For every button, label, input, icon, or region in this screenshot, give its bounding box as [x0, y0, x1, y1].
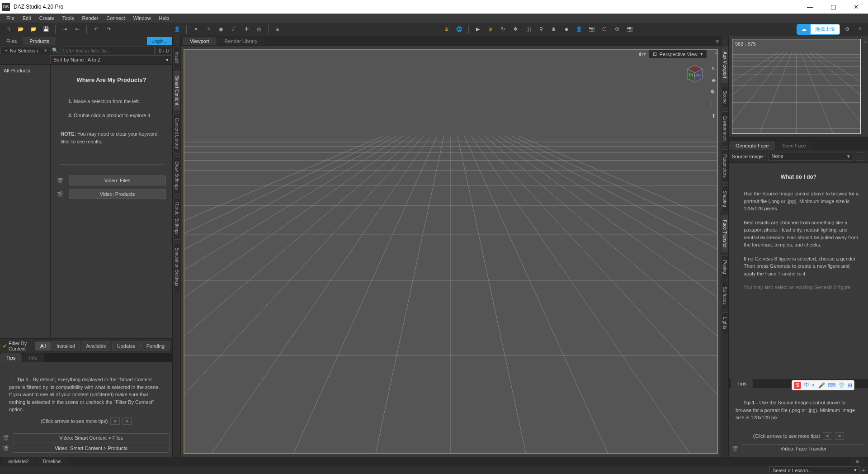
- frame-icon[interactable]: ⛶: [709, 100, 718, 109]
- ime-mic-icon[interactable]: 🎤: [818, 382, 825, 389]
- tab-timeline[interactable]: Timeline: [36, 457, 67, 465]
- bone-tool-icon[interactable]: ⋔: [548, 24, 559, 35]
- geometry-tool-icon[interactable]: ⬡: [599, 24, 610, 35]
- camera-create-icon[interactable]: ◎: [254, 24, 264, 35]
- grid-snap-icon[interactable]: ⊞: [441, 24, 452, 35]
- tips-next-button[interactable]: >: [123, 417, 132, 425]
- rail-draw-settings[interactable]: Draw Settings: [174, 156, 180, 194]
- rail-content-library[interactable]: Content Library: [174, 113, 180, 154]
- source-image-dropdown[interactable]: None▾: [769, 152, 853, 161]
- hamburger-icon[interactable]: ≡: [850, 457, 865, 465]
- pose-tool-icon[interactable]: ⚲: [536, 24, 547, 35]
- right-tips-tab[interactable]: Tips: [731, 379, 753, 388]
- ime-toolbar[interactable]: S 中 •, 🎤 ⌨ 👕 ⊞: [792, 380, 854, 390]
- lesson-dropdown[interactable]: Select a Lesson...▾: [769, 466, 860, 474]
- figure-icon[interactable]: 👤: [172, 24, 183, 35]
- menu-file[interactable]: File: [3, 14, 18, 22]
- tab-info[interactable]: Info: [23, 353, 43, 362]
- surface-tool-icon[interactable]: ◆: [561, 24, 572, 35]
- distantlight-icon[interactable]: ☄: [228, 24, 239, 35]
- filter-search-input[interactable]: [60, 47, 155, 54]
- rail-install[interactable]: Install: [174, 47, 180, 68]
- linearlight-icon[interactable]: ✢: [241, 24, 252, 35]
- filter-pending[interactable]: Pending: [142, 341, 170, 351]
- login-button[interactable]: Login...: [147, 37, 172, 45]
- hamburger-icon[interactable]: ≡: [175, 36, 178, 45]
- main-viewport[interactable]: [184, 49, 718, 454]
- view-cube[interactable]: Front: [685, 64, 704, 83]
- dolly-icon[interactable]: 🔍: [709, 88, 718, 97]
- globe-icon[interactable]: 🌐: [454, 24, 465, 35]
- rail-render-settings[interactable]: Render Settings: [174, 197, 180, 240]
- tab-generate-face[interactable]: Generate Face: [729, 141, 775, 150]
- sort-dropdown[interactable]: Sort by Name : A to Z ▾: [50, 55, 172, 64]
- viewport-menu-icon[interactable]: ≡: [715, 50, 718, 55]
- lesson-next-icon[interactable]: ▸: [863, 467, 865, 473]
- tab-files[interactable]: Files: [0, 37, 23, 45]
- cloud-upload-button[interactable]: ☁ 拖拽上传: [797, 24, 840, 35]
- filter-available[interactable]: Available: [81, 341, 111, 351]
- rtips-next-button[interactable]: >: [835, 432, 844, 440]
- tab-animate2[interactable]: aniMate2: [2, 457, 35, 465]
- import-icon[interactable]: ⇥: [59, 24, 70, 35]
- redo-icon[interactable]: ↷: [103, 24, 114, 35]
- filter-by-context-checkbox[interactable]: ✔: [3, 343, 7, 349]
- menu-window[interactable]: Window: [129, 14, 154, 22]
- tab-tips[interactable]: Tips: [0, 353, 22, 362]
- menu-create[interactable]: Create: [36, 14, 58, 22]
- ime-punct-icon[interactable]: •,: [812, 382, 816, 389]
- tree-item-all-products[interactable]: All Products: [3, 66, 47, 75]
- camera-view-dropdown[interactable]: ⊞ Perspective View ▾: [649, 50, 707, 58]
- browse-button[interactable]: …: [856, 152, 865, 161]
- video-face-transfer-button[interactable]: Video: Face Transfer: [742, 444, 865, 453]
- spotlight-icon[interactable]: ✧: [203, 24, 214, 35]
- pointlight-icon[interactable]: ◉: [216, 24, 226, 35]
- ime-toolbox-icon[interactable]: ⊞: [848, 382, 852, 389]
- joint-tool-icon[interactable]: ⚙: [612, 24, 623, 35]
- region-nav-icon[interactable]: 👤: [574, 24, 585, 35]
- pointer-tool-icon[interactable]: ▶: [472, 24, 483, 35]
- pan-icon[interactable]: ✥: [709, 76, 718, 85]
- save-file-icon[interactable]: 💾: [41, 24, 52, 35]
- render-icon[interactable]: 📸: [624, 24, 635, 35]
- selection-dropdown[interactable]: ＋ No Selection ▾: [0, 47, 50, 54]
- rail-smart-content[interactable]: Smart Content: [174, 71, 180, 110]
- rail-parameters[interactable]: Parameters: [722, 149, 728, 183]
- rtips-prev-button[interactable]: <: [823, 432, 832, 440]
- drawstyle-icon[interactable]: ◐▾: [639, 51, 646, 57]
- ime-keyboard-icon[interactable]: ⌨: [828, 382, 835, 389]
- rail-shaping[interactable]: Shaping: [722, 185, 728, 212]
- ime-lang[interactable]: 中: [804, 381, 809, 389]
- hamburger-icon[interactable]: ≡: [716, 38, 719, 44]
- tab-save-face[interactable]: Save Face: [776, 141, 812, 150]
- rail-environment[interactable]: Environment: [722, 111, 728, 147]
- merge-file-icon[interactable]: 📁: [28, 24, 39, 35]
- settings-gear-icon[interactable]: ⚙: [842, 24, 853, 35]
- menu-render[interactable]: Render: [78, 14, 102, 22]
- ime-skin-icon[interactable]: 👕: [838, 382, 845, 389]
- video-smart-files-button[interactable]: Video: Smart Content > Files: [13, 433, 170, 442]
- active-tool-icon[interactable]: ⊕: [485, 24, 496, 35]
- spot-render-icon[interactable]: 📷: [586, 24, 597, 35]
- hamburger-icon[interactable]: ≡: [723, 36, 726, 45]
- close-button[interactable]: ✕: [849, 1, 863, 12]
- maximize-button[interactable]: ▢: [826, 1, 841, 12]
- menu-tools[interactable]: Tools: [59, 14, 78, 22]
- undo-icon[interactable]: ↶: [90, 24, 101, 35]
- rail-scene[interactable]: Scene: [722, 86, 728, 109]
- video-smart-products-button[interactable]: Video: Smart Content > Products: [13, 444, 170, 453]
- tab-render-library[interactable]: Render Library: [217, 37, 265, 45]
- video-files-button[interactable]: Video: Files: [69, 175, 166, 185]
- menu-help[interactable]: Help: [156, 14, 173, 22]
- rail-posing[interactable]: Posing: [722, 255, 728, 279]
- minimize-button[interactable]: —: [802, 1, 818, 12]
- aux-viewport[interactable]: 983 : 875: [732, 39, 861, 134]
- rail-surfaces[interactable]: Surfaces: [722, 282, 728, 309]
- scale-tool-icon[interactable]: ◫: [523, 24, 534, 35]
- rail-simulation-settings[interactable]: Simulation Settings: [174, 242, 180, 291]
- orbit-icon[interactable]: ↻: [709, 64, 718, 73]
- rail-aux-viewport[interactable]: Aux Viewport: [722, 47, 728, 83]
- rail-face-transfer[interactable]: Face Transfer: [722, 215, 728, 253]
- filter-updates[interactable]: Updates: [112, 341, 141, 351]
- menu-connect[interactable]: Connect: [103, 14, 129, 22]
